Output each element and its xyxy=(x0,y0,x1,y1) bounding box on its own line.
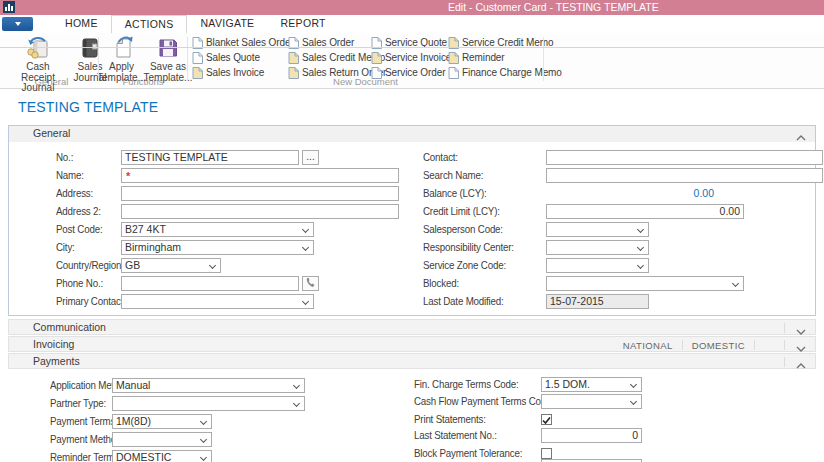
post-code-combo[interactable]: B27 4KT xyxy=(121,222,314,237)
combo-dropdown-icon[interactable] xyxy=(637,226,644,233)
field-label-cash-flow-payment-terms-code: Cash Flow Payment Terms Code: xyxy=(414,395,554,407)
field-value: B27 4KT xyxy=(125,223,166,235)
reminder-button[interactable]: Reminder xyxy=(448,51,505,64)
cash-receipt-journal-icon xyxy=(25,35,51,61)
service-order-button[interactable]: Service Order xyxy=(371,66,445,79)
balance-lcy-drilldown-link[interactable]: 0.00 xyxy=(546,186,714,201)
reminder-terms-code-combo[interactable]: DOMESTIC xyxy=(112,450,212,462)
combo-dropdown-icon[interactable] xyxy=(637,244,644,251)
phone-dial-button[interactable] xyxy=(302,276,319,291)
application-method-combo[interactable]: Manual xyxy=(112,378,305,393)
title-bar: Edit - Customer Card - TESTING TEMPLATE xyxy=(0,0,824,15)
field-label-search-name: Search Name: xyxy=(423,169,483,181)
fasttab-communication-label: Communication xyxy=(33,320,106,336)
service-zone-code-combo[interactable] xyxy=(546,258,649,273)
fasttab-general-header[interactable]: General xyxy=(9,126,815,142)
combo-dropdown-icon[interactable] xyxy=(302,226,309,233)
search-name-input[interactable] xyxy=(546,168,823,183)
field-label-balance-lcy: Balance (LCY): xyxy=(423,187,487,199)
button-label: Reminder xyxy=(462,52,505,63)
phone-icon xyxy=(305,279,316,290)
name-input[interactable]: * xyxy=(121,168,399,183)
payment-method-code-combo[interactable] xyxy=(112,432,212,447)
invoicing-summary-national: NATIONAL xyxy=(614,340,682,351)
button-label: Cash Receipt Journal xyxy=(8,62,68,94)
primary-contact-no-combo[interactable] xyxy=(121,294,314,309)
ribbon-group-separator xyxy=(543,37,544,81)
tab-actions[interactable]: ACTIONS xyxy=(111,15,188,33)
tab-home[interactable]: HOME xyxy=(52,15,111,33)
combo-dropdown-icon[interactable] xyxy=(630,381,637,388)
bar-separator xyxy=(784,323,785,333)
cash-receipt-journal-button[interactable]: Cash Receipt Journal xyxy=(8,35,68,94)
combo-dropdown-icon[interactable] xyxy=(302,244,309,251)
field-label-phone-no: Phone No.: xyxy=(56,277,103,289)
print-statements-checkbox[interactable] xyxy=(541,414,552,425)
button-label: Finance Charge Memo xyxy=(462,67,562,78)
summary-separator xyxy=(754,340,755,350)
combo-dropdown-icon[interactable] xyxy=(200,454,207,461)
tab-navigate[interactable]: NAVIGATE xyxy=(187,15,267,33)
combo-dropdown-icon[interactable] xyxy=(293,400,300,407)
salesperson-code-combo[interactable] xyxy=(546,222,649,237)
lookup-ellipsis-button[interactable]: ... xyxy=(302,150,319,165)
field-value: GB xyxy=(125,259,140,271)
combo-dropdown-icon[interactable] xyxy=(209,262,216,269)
fasttab-communication[interactable]: Communication xyxy=(8,319,816,335)
field-label-post-code: Post Code: xyxy=(56,223,102,235)
block-payment-tolerance-checkbox[interactable] xyxy=(541,448,552,459)
address-2-input[interactable] xyxy=(121,204,399,219)
field-label-no: No.: xyxy=(56,151,73,163)
contact-input[interactable] xyxy=(546,150,823,165)
fasttab-payments-body: Application Method:ManualPartner Type:Pa… xyxy=(0,370,824,462)
blocked-combo[interactable] xyxy=(546,276,744,291)
field-value: 1.5 DOM. xyxy=(545,378,590,390)
menu-tab-strip: HOMEACTIONSNAVIGATEREPORT xyxy=(0,15,824,33)
fasttab-payments[interactable]: Payments xyxy=(8,353,816,369)
ribbon-group-separator xyxy=(187,37,188,81)
sales-invoice-button[interactable]: Sales Invoice xyxy=(192,66,264,79)
fin-charge-terms-code-combo[interactable]: 1.5 DOM. xyxy=(541,377,642,392)
field-label-name: Name: xyxy=(56,169,84,181)
service-invoice-button[interactable]: Service Invoice xyxy=(371,51,451,64)
invoicing-summary: NATIONALDOMESTIC xyxy=(614,337,771,353)
city-combo[interactable]: Birmingham xyxy=(121,240,314,255)
finance-charge-memo-button[interactable]: Finance Charge Memo xyxy=(448,66,562,79)
fasttab-invoicing[interactable]: Invoicing NATIONALDOMESTIC xyxy=(8,336,816,352)
field-label-service-zone-code: Service Zone Code: xyxy=(423,259,506,271)
credit-limit-lcy-input[interactable]: 0.00 xyxy=(546,204,744,219)
responsibility-center-combo[interactable] xyxy=(546,240,649,255)
expand-down-icon xyxy=(796,342,806,348)
combo-dropdown-icon[interactable] xyxy=(200,436,207,443)
invoicing-summary-domestic: DOMESTIC xyxy=(683,340,754,351)
application-menu-button[interactable] xyxy=(2,17,33,31)
field-value: 0 xyxy=(632,429,638,441)
button-label: Sales Quote xyxy=(206,52,260,63)
sales-quote-button[interactable]: Sales Quote xyxy=(192,51,260,64)
button-label: Sales Invoice xyxy=(206,67,264,78)
no-input[interactable]: TESTING TEMPLATE xyxy=(121,150,299,165)
address-input[interactable] xyxy=(121,186,399,201)
last-statement-no-input[interactable]: 0 xyxy=(541,428,642,443)
field-label-fin-charge-terms-code: Fin. Charge Terms Code: xyxy=(414,378,519,390)
combo-dropdown-icon[interactable] xyxy=(200,418,207,425)
combo-dropdown-icon[interactable] xyxy=(630,398,637,405)
combo-dropdown-icon[interactable] xyxy=(637,262,644,269)
field-label-blocked: Blocked: xyxy=(423,277,459,289)
country-region-code-combo[interactable]: GB xyxy=(121,258,221,273)
combo-dropdown-icon[interactable] xyxy=(302,298,309,305)
partner-type-combo[interactable] xyxy=(112,396,305,411)
field-label-responsibility-center: Responsibility Center: xyxy=(423,241,514,253)
phone-no-input[interactable] xyxy=(121,276,299,291)
bar-separator xyxy=(784,357,785,367)
cash-flow-payment-terms-code-combo[interactable] xyxy=(541,394,642,409)
combo-dropdown-icon[interactable] xyxy=(732,280,739,287)
field-label-print-statements: Print Statements: xyxy=(414,413,486,425)
payment-terms-code-combo[interactable]: 1M(8D) xyxy=(112,414,212,429)
tab-report[interactable]: REPORT xyxy=(267,15,338,33)
apply-template-button[interactable]: Apply Template... xyxy=(99,35,144,83)
ribbon: GeneralCash Receipt JournalSales Journal… xyxy=(0,33,824,89)
ribbon-group-general: GeneralCash Receipt JournalSales Journal xyxy=(4,33,99,88)
document-icon xyxy=(448,67,459,79)
combo-dropdown-icon[interactable] xyxy=(293,382,300,389)
